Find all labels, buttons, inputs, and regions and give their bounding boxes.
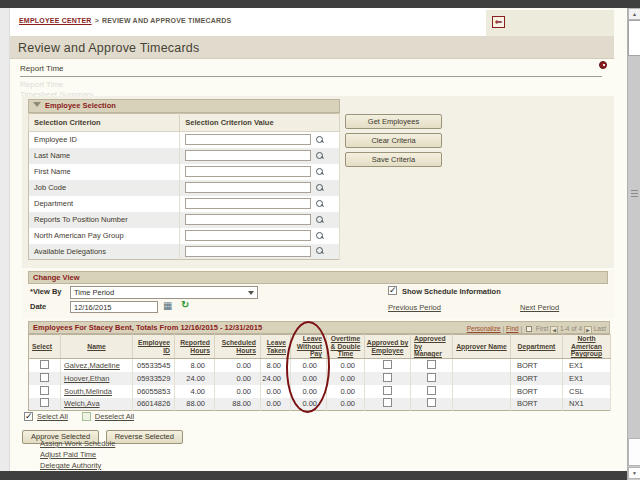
lookup-magnifier-icon[interactable]	[316, 184, 324, 192]
scroll-down-icon[interactable]	[628, 467, 640, 479]
approved-by-manager-checkbox[interactable]	[427, 398, 436, 407]
footer-link[interactable]: Assign Work Schedule	[40, 440, 115, 448]
personalize-link[interactable]: Personalize	[467, 325, 501, 332]
column-header[interactable]: Approved by Manager	[411, 335, 453, 359]
page-title: Review and Approve Timecards	[18, 41, 199, 55]
date-input[interactable]	[70, 301, 158, 313]
column-header[interactable]: Leave Taken	[261, 335, 291, 359]
approved-by-manager-checkbox[interactable]	[427, 386, 436, 395]
lookup-magnifier-icon[interactable]	[316, 232, 324, 240]
lookup-magnifier-icon[interactable]	[316, 247, 324, 255]
return-arrow-icon[interactable]	[492, 16, 505, 28]
row-select-checkbox[interactable]	[40, 373, 49, 382]
row-select-checkbox[interactable]	[40, 360, 49, 369]
show-schedule-checkbox[interactable]	[388, 286, 397, 295]
pager-range: 1-4 of 4	[560, 325, 582, 332]
collapse-triangle-icon[interactable]	[33, 102, 41, 107]
employee-id-cell: 05533545	[133, 359, 175, 372]
criterion-row: First Name	[29, 164, 340, 180]
column-header[interactable]: Name	[61, 335, 133, 359]
approved-by-manager-cell	[411, 398, 453, 411]
scrollbar-grip-icon[interactable]	[631, 190, 638, 197]
table-row: Welch,Ava 06014826 88.00 88.00 0.00 0.00…	[29, 398, 611, 411]
criterion-value-input[interactable]	[185, 182, 311, 193]
vertical-scrollbar[interactable]	[627, 8, 640, 480]
column-header[interactable]: Select	[29, 335, 61, 359]
leave-taken-cell: 0.00	[261, 385, 291, 398]
column-header[interactable]: Department	[511, 335, 563, 359]
calendar-icon[interactable]	[163, 300, 172, 312]
deselect-all-icon[interactable]	[82, 412, 91, 421]
employee-id-cell: 06055853	[133, 385, 175, 398]
name-cell: Welch,Ava	[61, 398, 133, 411]
employee-selection-title: Employee Selection	[45, 101, 116, 110]
criteria-action-button[interactable]: Save Criteria	[345, 152, 442, 167]
pager-next-icon[interactable]: ▶	[584, 326, 592, 334]
criteria-action-button[interactable]: Clear Criteria	[345, 133, 442, 148]
select-cell	[29, 359, 61, 372]
criterion-value-input[interactable]	[185, 230, 311, 241]
column-header[interactable]: Employee ID	[133, 335, 175, 359]
approved-by-employee-checkbox[interactable]	[383, 360, 392, 369]
approved-by-manager-cell	[411, 372, 453, 385]
criterion-value-input[interactable]	[185, 134, 311, 145]
column-header[interactable]: Approved by Employee	[365, 335, 411, 359]
employee-name-link[interactable]: Welch,Ava	[64, 399, 100, 408]
row-select-checkbox[interactable]	[40, 398, 49, 407]
table-row: Galvez,Madeline 05533545 8.00 0.00 8.00 …	[29, 359, 611, 372]
paygroup-cell: NX1	[563, 398, 611, 411]
refresh-icon[interactable]	[181, 299, 189, 310]
lookup-magnifier-icon[interactable]	[316, 152, 324, 160]
window-top-edge	[0, 0, 640, 8]
column-header[interactable]: Reported Hours	[175, 335, 215, 359]
find-link[interactable]: Find	[506, 325, 519, 332]
scroll-up-icon[interactable]	[628, 8, 640, 20]
approved-by-employee-checkbox[interactable]	[383, 398, 392, 407]
approved-by-manager-cell	[411, 359, 453, 372]
next-period-link[interactable]: Next Period	[520, 303, 559, 312]
approved-by-employee-checkbox[interactable]	[383, 386, 392, 395]
breadcrumb-current: REVIEW AND APPROVE TIMECARDS	[102, 17, 232, 24]
scrollbar-thumb[interactable]	[628, 20, 640, 56]
employee-selection-section: Employee Selection Selection Criterion S…	[22, 96, 614, 268]
approved-by-manager-checkbox[interactable]	[427, 360, 436, 369]
employee-name-link[interactable]: Galvez,Madeline	[64, 361, 120, 370]
criteria-action-button[interactable]: Get Employees	[345, 114, 442, 129]
footer-link[interactable]: Delegate Authority	[40, 462, 115, 470]
approved-by-manager-checkbox[interactable]	[427, 373, 436, 382]
employee-name-link[interactable]: Hoover,Ethan	[64, 374, 109, 383]
criterion-value-input[interactable]	[185, 246, 311, 257]
lookup-magnifier-icon[interactable]	[316, 168, 324, 176]
lookup-magnifier-icon[interactable]	[316, 216, 324, 224]
select-all-icon[interactable]	[24, 412, 33, 421]
select-all-link[interactable]: Select All	[37, 412, 68, 421]
reverse-selected-button[interactable]: Reverse Selected	[106, 430, 183, 444]
criterion-value-input[interactable]	[185, 166, 311, 177]
criterion-value-input[interactable]	[185, 198, 311, 209]
employee-id-cell: 06014826	[133, 398, 175, 411]
reported-hours-cell: 8.00	[175, 359, 215, 372]
column-header[interactable]: Leave Without Pay	[291, 335, 327, 359]
column-header[interactable]: North American Paygroup	[563, 335, 611, 359]
view-all-icon[interactable]	[526, 326, 532, 332]
approved-by-employee-checkbox[interactable]	[383, 373, 392, 382]
employee-name-link[interactable]: South,Melinda	[64, 387, 112, 396]
breadcrumb-employee-center-link[interactable]: EMPLOYEE CENTER	[19, 17, 92, 24]
column-header[interactable]: Scheduled Hours	[215, 335, 261, 359]
deselect-all-link[interactable]: Deselect All	[95, 412, 134, 421]
help-info-icon[interactable]	[599, 61, 607, 69]
lookup-magnifier-icon[interactable]	[316, 136, 324, 144]
criterion-value-input[interactable]	[185, 150, 311, 161]
lookup-magnifier-icon[interactable]	[316, 200, 324, 208]
view-by-dropdown[interactable]: Time Period	[70, 286, 258, 299]
show-schedule-label: Show Schedule Information	[402, 287, 501, 296]
column-header[interactable]: Approver Name	[453, 335, 511, 359]
column-header[interactable]: Overtime & Double Time	[327, 335, 365, 359]
footer-link[interactable]: Adjust Paid Time	[40, 451, 115, 459]
page-title-band: Review and Approve Timecards	[10, 36, 614, 59]
previous-period-link[interactable]: Previous Period	[388, 303, 441, 312]
criterion-value-input[interactable]	[185, 214, 311, 225]
divider-line	[20, 76, 602, 77]
pager-previous-icon[interactable]: ◀	[550, 326, 558, 334]
row-select-checkbox[interactable]	[40, 386, 49, 395]
